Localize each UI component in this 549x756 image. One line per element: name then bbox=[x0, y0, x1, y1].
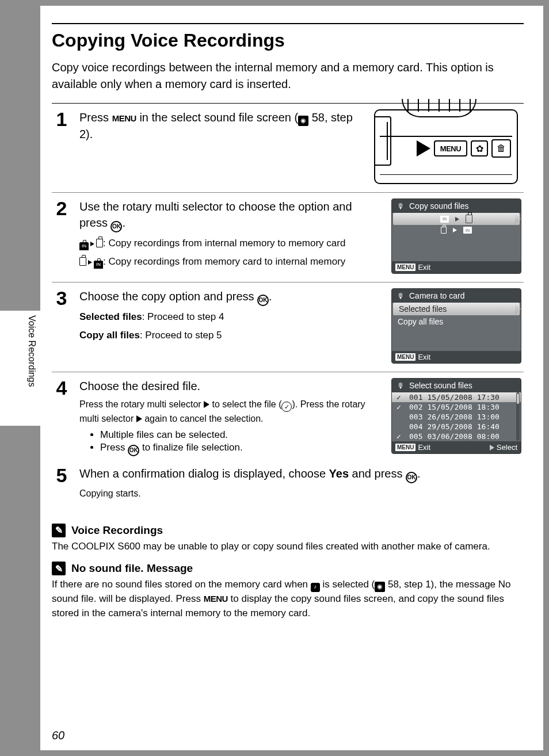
step-number: 5 bbox=[52, 465, 71, 501]
scrollbar bbox=[516, 392, 520, 441]
lcd-select-sound-files: Select sound files ✓00115/05/200817:30✓0… bbox=[391, 378, 521, 454]
step-2-option-2: : Copy recordings from memory card to in… bbox=[79, 254, 383, 269]
internal-memory-icon bbox=[79, 242, 89, 250]
ok-icon: OK bbox=[110, 221, 122, 232]
lcd-title: Select sound files bbox=[409, 381, 472, 390]
lcd-option-card-to-in bbox=[392, 225, 521, 235]
step-4-screen: Select sound files ✓00115/05/200817:30✓0… bbox=[391, 378, 524, 457]
step-3-title: Choose the copy option and press OK. bbox=[79, 288, 383, 306]
step-number: 1 bbox=[52, 109, 71, 184]
note-1-heading: ✎Voice Recordings bbox=[52, 524, 524, 537]
lcd-exit: Exit bbox=[418, 353, 430, 361]
menu-badge: MENU bbox=[395, 353, 415, 361]
right-icon bbox=[136, 415, 142, 422]
note-2-text: If there are no sound files stored on th… bbox=[52, 578, 524, 620]
arrow-icon bbox=[88, 260, 92, 265]
step-3-copy-all: Copy all files: Proceed to step 5 bbox=[79, 328, 383, 343]
step-4-bullets: Multiple files can be selected. Press OK… bbox=[100, 429, 383, 456]
step-4-title: Choose the desired file. bbox=[79, 378, 383, 394]
arrow-icon bbox=[90, 242, 94, 246]
step-5: 5 When a confirmation dialog is displaye… bbox=[52, 465, 524, 509]
menu-icon: MENU bbox=[204, 593, 228, 605]
bullet-finalize: Press OK to finalize file selection. bbox=[100, 442, 383, 456]
step-4: 4 Choose the desired file. Press the rot… bbox=[52, 372, 524, 465]
voice-icon bbox=[311, 583, 320, 592]
menu-badge: MENU bbox=[395, 264, 415, 271]
step-5-sub: Copying starts. bbox=[79, 487, 524, 501]
lcd-option-copy-all: Copy all files bbox=[392, 315, 521, 328]
note-icon: ✎ bbox=[52, 562, 66, 575]
lcd-exit: Exit bbox=[418, 263, 430, 272]
manual-page: Copying Voice Recordings Copy voice reco… bbox=[40, 6, 543, 750]
side-section-label: Voice Recordings bbox=[25, 315, 37, 402]
page-number: 60 bbox=[52, 729, 64, 742]
lcd-title: Camera to card bbox=[409, 291, 464, 300]
file-row: 00429/05/200816:40 bbox=[392, 422, 521, 432]
step-number: 3 bbox=[52, 288, 71, 364]
menu-badge: MENU bbox=[395, 444, 415, 451]
lcd-select: Select bbox=[497, 443, 517, 452]
page-title: Copying Voice Recordings bbox=[52, 23, 524, 51]
file-row: 00326/05/200813:00 bbox=[392, 412, 521, 422]
card-icon bbox=[79, 257, 86, 266]
note-icon: ✎ bbox=[52, 524, 66, 537]
voice-icon bbox=[396, 381, 405, 390]
lcd-copy-sound-files: Copy sound files MENUExit bbox=[391, 198, 521, 274]
step-1-diagram: MENU ✿ 🗑 bbox=[374, 109, 524, 184]
macro-icon: ✿ bbox=[471, 140, 488, 156]
step-1-text: Press MENU in the select sound file scre… bbox=[79, 109, 366, 142]
file-row: ✓00215/05/200818:30 bbox=[392, 402, 521, 412]
step-number: 4 bbox=[52, 378, 71, 457]
intro-text: Copy voice recordings between the intern… bbox=[52, 59, 524, 93]
note-2-heading: ✎No sound file. Message bbox=[52, 562, 524, 575]
file-row: ✓00503/06/200808:00 bbox=[392, 432, 521, 441]
right-icon bbox=[490, 445, 494, 450]
notes-section: ✎Voice Recordings The COOLPIX S600 may b… bbox=[52, 524, 524, 621]
step-4-sub: Press the rotary multi selector to selec… bbox=[79, 398, 383, 426]
ok-icon: OK bbox=[406, 472, 417, 483]
step-3: 3 Choose the copy option and press OK. S… bbox=[52, 282, 524, 372]
camera-diagram: MENU ✿ 🗑 bbox=[374, 109, 518, 184]
check-icon bbox=[281, 402, 292, 412]
internal-memory-icon bbox=[94, 261, 103, 269]
arrow-icon bbox=[417, 140, 430, 156]
step-3-selected: Selected files: Proceed to step 4 bbox=[79, 310, 383, 324]
step-2-screen: Copy sound files MENUExit bbox=[391, 198, 524, 274]
voice-icon bbox=[396, 292, 405, 300]
internal-memory-icon bbox=[463, 227, 472, 234]
camera-menu-button: MENU bbox=[434, 140, 467, 156]
internal-memory-icon bbox=[440, 216, 449, 223]
arrow-icon bbox=[453, 228, 457, 232]
page-ref-icon: ◉ bbox=[375, 582, 385, 592]
page-ref-icon: ◉ bbox=[298, 116, 308, 126]
right-icon bbox=[204, 401, 209, 408]
card-icon bbox=[96, 239, 103, 247]
menu-icon: MENU bbox=[112, 112, 136, 124]
bullet-multiple: Multiple files can be selected. bbox=[100, 429, 383, 441]
lcd-title: Copy sound files bbox=[409, 201, 469, 211]
ok-icon: OK bbox=[128, 445, 139, 456]
step-2: 2 Use the rotary multi selector to choos… bbox=[52, 193, 524, 282]
note-1-text: The COOLPIX S600 may be unable to play o… bbox=[52, 540, 524, 554]
lcd-exit: Exit bbox=[418, 443, 430, 452]
card-icon bbox=[466, 215, 472, 223]
file-row: ✓00115/05/200817:30 bbox=[392, 392, 521, 402]
step-2-title: Use the rotary multi selector to choose … bbox=[79, 198, 383, 232]
lcd-camera-to-card: Camera to card Selected files Copy all f… bbox=[391, 288, 521, 364]
delete-icon: 🗑 bbox=[491, 139, 511, 158]
card-icon bbox=[441, 227, 447, 234]
step-1: 1 Press MENU in the select sound file sc… bbox=[52, 104, 524, 193]
steps-list: 1 Press MENU in the select sound file sc… bbox=[52, 103, 524, 509]
ok-icon: OK bbox=[257, 295, 269, 306]
lcd-option-in-to-card bbox=[393, 213, 520, 225]
step-2-option-1: : Copy recordings from internal memory t… bbox=[79, 236, 383, 251]
arrow-icon bbox=[455, 217, 459, 222]
step-5-title: When a confirmation dialog is displayed,… bbox=[79, 465, 524, 483]
lcd-option-selected-files: Selected files bbox=[393, 303, 520, 315]
step-3-screen: Camera to card Selected files Copy all f… bbox=[391, 288, 524, 364]
voice-icon bbox=[396, 202, 405, 210]
step-number: 2 bbox=[52, 198, 71, 274]
